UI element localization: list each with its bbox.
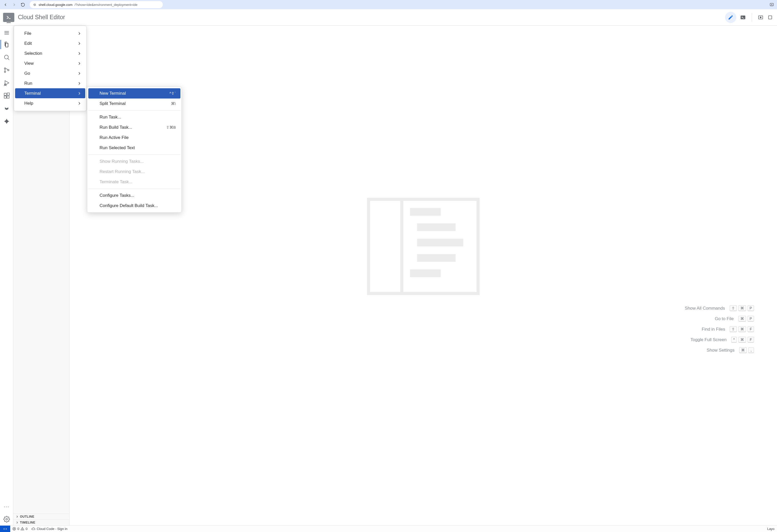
gemini-button[interactable] <box>1 115 13 127</box>
chevron-right-icon <box>77 41 82 46</box>
submenu-item[interactable]: Run Selected Text <box>88 143 181 153</box>
menu-item-run[interactable]: Run <box>15 78 85 88</box>
svg-line-13 <box>8 58 9 60</box>
submenu-item[interactable]: Split Terminal⌘\ <box>88 99 181 109</box>
submenu-item[interactable]: Run Task... <box>88 112 181 122</box>
submenu-item[interactable]: Configure Default Build Task... <box>88 201 181 211</box>
command-keys: ⇧⌘P <box>730 305 754 311</box>
submenu-item[interactable]: Run Active File <box>88 132 181 143</box>
menu-item-file[interactable]: File <box>15 28 85 38</box>
source-control-button[interactable] <box>1 64 13 76</box>
menu-item-label: Selection <box>24 51 42 56</box>
status-right-text[interactable]: Layo <box>765 527 777 531</box>
svg-rect-23 <box>7 96 9 98</box>
menu-item-terminal[interactable]: Terminal <box>15 88 85 98</box>
command-keys: ^⌘F <box>731 337 754 343</box>
terminal-mode-button[interactable] <box>737 12 749 23</box>
remote-indicator[interactable] <box>0 526 10 532</box>
hamburger-menu-button[interactable] <box>1 28 13 38</box>
main-menu: FileEditSelectionViewGoRunTerminalHelp <box>14 26 87 111</box>
header-divider <box>752 13 752 22</box>
url-path: /?show=ide&environment_deployment=ide <box>75 3 137 7</box>
submenu-item[interactable]: Configure Tasks... <box>88 190 181 201</box>
forward-button[interactable] <box>10 1 18 8</box>
cloud-code-button[interactable] <box>1 102 13 115</box>
editor-mode-button[interactable] <box>725 12 736 23</box>
open-window-button[interactable] <box>767 12 774 23</box>
terminal-submenu: New Terminal^⇧`Split Terminal⌘\Run Task.… <box>87 87 182 213</box>
menu-item-label: Help <box>24 101 33 106</box>
timeline-label: TIMELINE <box>20 521 35 524</box>
menu-item-view[interactable]: View <box>15 58 85 68</box>
command-label: Show All Commands <box>685 306 725 311</box>
run-debug-button[interactable] <box>1 77 13 89</box>
svg-rect-24 <box>7 93 9 95</box>
explorer-button[interactable] <box>1 38 13 51</box>
app-title: Cloud Shell Editor <box>18 14 65 21</box>
settings-gear-button[interactable] <box>1 513 13 525</box>
install-app-button[interactable] <box>768 1 775 8</box>
command-label: Find in Files <box>702 327 725 332</box>
activity-bar: ··· <box>0 26 13 525</box>
cloud-code-signin[interactable]: Cloud Code - Sign in <box>29 526 69 532</box>
menu-item-edit[interactable]: Edit <box>15 38 85 48</box>
menu-item-label: Terminal <box>24 91 41 96</box>
menu-separator <box>88 110 181 111</box>
welcome-command[interactable]: Toggle Full Screen^⌘F <box>690 337 754 343</box>
svg-rect-21 <box>4 93 6 95</box>
keycap: ⇧ <box>730 305 737 311</box>
menu-item-label: Run <box>24 81 32 86</box>
svg-line-20 <box>6 86 6 86</box>
status-bar: 0 0 Cloud Code - Sign in Layo <box>0 525 777 532</box>
keycap: ⌘ <box>738 316 746 322</box>
command-keys: ⌘, <box>739 347 754 353</box>
welcome-command[interactable]: Find in Files⇧⌘F <box>702 326 754 332</box>
cloud-code-label: Cloud Code - Sign in <box>36 527 67 531</box>
menu-separator <box>88 154 181 155</box>
submenu-item-label: New Terminal <box>100 91 126 96</box>
chevron-right-icon <box>77 71 82 76</box>
menu-item-label: Go <box>24 71 30 76</box>
chevron-right-icon <box>15 515 19 518</box>
welcome-commands: Show All Commands⇧⌘PGo to File⌘PFind in … <box>70 305 777 353</box>
submenu-item-label: Terminate Task... <box>100 179 132 185</box>
svg-point-28 <box>6 518 7 520</box>
site-info-icon <box>33 3 36 7</box>
submenu-item-label: Split Terminal <box>100 101 126 106</box>
svg-marker-17 <box>5 81 9 85</box>
extensions-button[interactable] <box>1 90 13 102</box>
submenu-item: Show Running Tasks... <box>88 156 181 167</box>
preview-button[interactable] <box>755 12 766 23</box>
more-actions-button[interactable]: ··· <box>1 500 13 513</box>
menu-item-go[interactable]: Go <box>15 68 85 78</box>
command-keys: ⇧⌘F <box>730 326 754 332</box>
back-button[interactable] <box>2 1 9 8</box>
empty-state-graphic <box>367 198 480 295</box>
welcome-command[interactable]: Go to File⌘P <box>715 316 754 322</box>
welcome-command[interactable]: Show Settings⌘, <box>706 347 754 353</box>
svg-point-14 <box>4 68 5 69</box>
url-bar[interactable]: shell.cloud.google.com/?show=ide&environ… <box>30 1 163 8</box>
outline-section[interactable]: OUTLINE <box>13 514 69 520</box>
submenu-item-label: Run Selected Text <box>100 145 135 150</box>
reload-button[interactable] <box>19 1 27 8</box>
menu-item-selection[interactable]: Selection <box>15 48 85 58</box>
keycap: P <box>748 316 754 322</box>
problems-indicator[interactable]: 0 0 <box>10 526 29 532</box>
svg-rect-4 <box>741 15 745 19</box>
submenu-item[interactable]: New Terminal^⇧` <box>88 88 181 99</box>
keycap: F <box>748 337 754 343</box>
svg-rect-22 <box>4 96 6 98</box>
welcome-command[interactable]: Show All Commands⇧⌘P <box>685 305 754 311</box>
timeline-section[interactable]: TIMELINE <box>13 520 69 525</box>
menu-separator <box>88 189 181 189</box>
svg-point-7 <box>760 17 761 18</box>
submenu-item[interactable]: Run Build Task...⇧⌘B <box>88 122 181 132</box>
chevron-right-icon <box>77 31 82 36</box>
submenu-item: Restart Running Task... <box>88 167 181 177</box>
command-label: Toggle Full Screen <box>690 337 727 342</box>
submenu-item: Terminate Task... <box>88 177 181 187</box>
search-button[interactable] <box>1 51 13 64</box>
menu-item-help[interactable]: Help <box>15 98 85 108</box>
command-label: Show Settings <box>706 348 735 353</box>
